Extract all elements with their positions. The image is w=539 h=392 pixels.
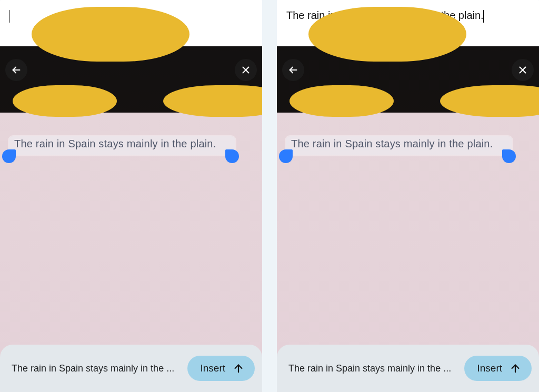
ocr-preview-text: The rain in Spain stays mainly in the ..…	[288, 363, 451, 374]
arrow-left-icon	[287, 64, 299, 76]
close-icon	[240, 64, 252, 76]
insert-button[interactable]: Insert	[187, 356, 255, 381]
photo-shape	[308, 7, 466, 62]
back-button[interactable]	[5, 59, 27, 81]
selection-handle-start[interactable]	[279, 149, 293, 163]
close-button[interactable]	[512, 59, 534, 81]
photo-shape	[13, 85, 117, 117]
back-button[interactable]	[282, 59, 304, 81]
insert-button-label: Insert	[477, 363, 502, 374]
pane-right: The rain in Spain stays mainly in the pl…	[277, 0, 539, 392]
ocr-recognized-text: The rain in Spain stays mainly in the pl…	[291, 138, 493, 149]
comparison-stage: The rain in Spain stays mainly in the pl…	[0, 0, 539, 392]
close-button[interactable]	[235, 59, 257, 81]
photo-shape	[290, 85, 394, 117]
close-icon	[517, 64, 528, 76]
arrow-up-icon	[233, 363, 244, 374]
ocr-recognized-text: The rain in Spain stays mainly in the pl…	[14, 138, 216, 149]
arrow-up-icon	[510, 363, 521, 374]
arrow-left-icon	[11, 64, 22, 76]
insert-button[interactable]: Insert	[464, 356, 532, 381]
pane-left: The rain in Spain stays mainly in the pl…	[0, 0, 262, 392]
ocr-preview-text: The rain in Spain stays mainly in the ..…	[12, 363, 174, 374]
selection-handle-end[interactable]	[225, 149, 239, 163]
camera-capture-view: The rain in Spain stays mainly in the pl…	[277, 46, 539, 392]
insert-sheet: The rain in Spain stays mainly in the ..…	[0, 345, 262, 392]
selection-handle-end[interactable]	[502, 149, 516, 163]
camera-capture-view: The rain in Spain stays mainly in the pl…	[0, 46, 262, 392]
ocr-selection-box[interactable]: The rain in Spain stays mainly in the pl…	[9, 136, 235, 155]
text-caret	[483, 10, 484, 23]
photo-shape	[163, 85, 262, 117]
ocr-selection-box[interactable]: The rain in Spain stays mainly in the pl…	[286, 136, 512, 155]
insert-sheet: The rain in Spain stays mainly in the ..…	[277, 345, 539, 392]
captured-photo	[277, 46, 539, 392]
photo-shape	[32, 7, 189, 62]
insert-button-label: Insert	[200, 363, 225, 374]
selection-handle-start[interactable]	[2, 149, 16, 163]
text-caret	[9, 10, 9, 23]
captured-photo	[0, 46, 262, 392]
photo-shape	[440, 85, 539, 117]
